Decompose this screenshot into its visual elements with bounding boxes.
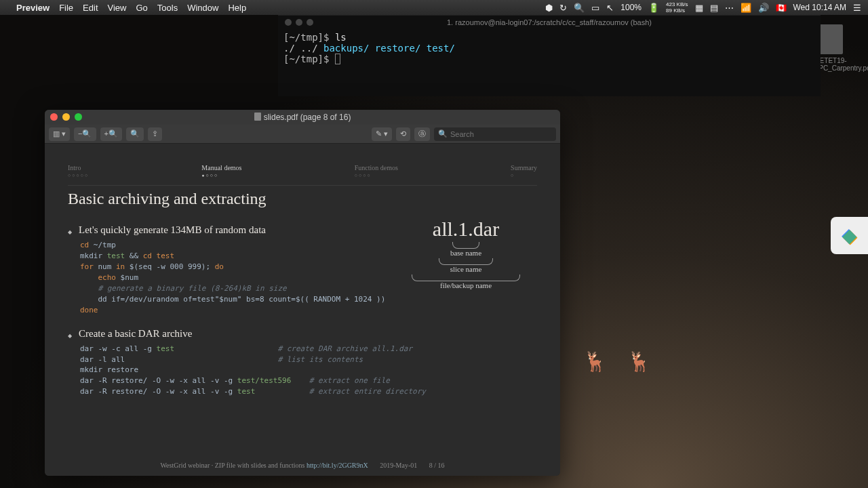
battery-percent[interactable]: 100% [620, 3, 642, 12]
close-icon[interactable] [285, 19, 292, 26]
menu-help[interactable]: Help [228, 3, 246, 13]
sync-icon[interactable]: ↻ [559, 3, 567, 13]
menu-clock[interactable]: Wed 10:14 AM [793, 3, 847, 12]
zoom-in-button[interactable]: +🔍 [100, 127, 122, 141]
zoom-fit-button[interactable]: 🔍 [126, 127, 144, 141]
search-input[interactable] [450, 130, 552, 138]
terminal-window[interactable]: 1. razoumov@nia-login07:/scratch/c/cc_st… [278, 15, 821, 96]
filename-diagram: all.1.dar base name slice name file/back… [401, 218, 530, 289]
wifi-icon[interactable]: 📶 [741, 3, 751, 13]
slide-section-nav: Intro○○○○○ Manual demos●○○○ Function dem… [68, 164, 537, 186]
macos-menubar: Preview File Edit View Go Tools Window H… [0, 0, 868, 15]
wallpaper-silhouette: 🦌🦌 [583, 350, 671, 373]
preview-titlebar[interactable]: slides.pdf (page 8 of 16) [45, 110, 560, 125]
document-icon [254, 113, 261, 121]
highlight-button[interactable]: ✎ ▾ [372, 127, 392, 141]
pdf-icon [818, 24, 843, 54]
displays-icon[interactable]: ▭ [591, 3, 599, 13]
spotlight-icon[interactable]: 🔍 [574, 3, 585, 13]
code-block-2: dar -w -c all -g test # create DAR archi… [80, 344, 537, 398]
preview-toolbar: ▥ ▾ −🔍 +🔍 🔍 ⇪ ✎ ▾ ⟲ ⓐ 🔍 [45, 125, 560, 144]
flag-icon[interactable]: 🇨🇦 [776, 3, 787, 13]
search-icon: 🔍 [438, 129, 448, 138]
preview-window: slides.pdf (page 8 of 16) ▥ ▾ −🔍 +🔍 🔍 ⇪ … [45, 110, 560, 476]
menu-tools[interactable]: Tools [157, 3, 178, 13]
dropbox-icon[interactable]: ⬢ [545, 3, 553, 13]
menu-go[interactable]: Go [136, 3, 147, 13]
zoom-button[interactable] [75, 113, 82, 121]
menu-edit[interactable]: Edit [83, 3, 98, 13]
volume-icon[interactable]: 🔊 [758, 3, 769, 13]
slide-content: Intro○○○○○ Manual demos●○○○ Function dem… [45, 144, 560, 476]
minimize-icon[interactable] [296, 19, 302, 26]
zoom-out-button[interactable]: −🔍 [74, 127, 96, 141]
close-button[interactable] [50, 113, 58, 121]
slide-footer: WestGrid webinar · ZIP file with slides … [45, 462, 560, 469]
terminal-title: 1. razoumov@nia-login07:/scratch/c/cc_st… [278, 16, 821, 29]
battery-icon[interactable]: 🔋 [648, 3, 659, 13]
menu-view[interactable]: View [108, 3, 127, 13]
slide-title: Basic archiving and extracting [68, 190, 537, 208]
window-title: slides.pdf (page 8 of 16) [264, 113, 351, 122]
zoom-icon[interactable] [307, 19, 313, 26]
notification-center-icon[interactable]: ☰ [853, 3, 861, 13]
bluetooth-icon[interactable]: ⋯ [725, 3, 734, 13]
rotate-button[interactable]: ⟲ [396, 127, 410, 141]
sidebar-toggle-button[interactable]: ▥ ▾ [49, 127, 70, 141]
status-icon[interactable]: ▦ [695, 3, 703, 13]
menu-window[interactable]: Window [187, 3, 218, 13]
background-app-peek[interactable]: ◆ [831, 217, 868, 254]
markup-button[interactable]: ⓐ [414, 127, 430, 141]
network-stats[interactable]: 423 KB/s 89 KB/s [666, 1, 688, 14]
page-number: 8 / 16 [429, 462, 445, 469]
bullet-2: Create a basic DAR archive [68, 328, 537, 340]
share-button[interactable]: ⇪ [148, 127, 162, 141]
menu-file[interactable]: File [59, 3, 73, 13]
app-name[interactable]: Preview [16, 3, 50, 13]
cursor-icon[interactable]: ↖ [606, 3, 614, 13]
vm-icon: ◆ [842, 224, 857, 247]
minimize-button[interactable] [62, 113, 70, 121]
search-field[interactable]: 🔍 [434, 127, 556, 141]
terminal-output[interactable]: [~/tmp]$ ls ./ ../ backups/ restore/ tes… [278, 29, 821, 67]
status-icon-2[interactable]: ▤ [710, 3, 718, 13]
